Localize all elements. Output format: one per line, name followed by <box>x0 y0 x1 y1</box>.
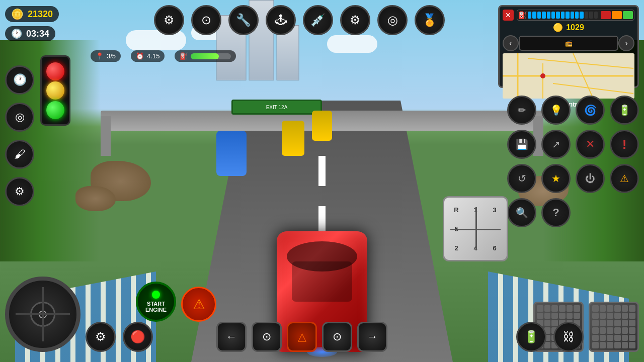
gps-panel[interactable]: ✕ ⛽ <box>498 5 639 88</box>
wheel-toolbar-btn[interactable]: ◎ <box>377 5 408 35</box>
gear-bottom-btn[interactable]: ⚙ <box>86 322 116 352</box>
brake-bottom-btn[interactable]: 🔴 <box>123 322 153 352</box>
road-sign: EXIT 12A <box>231 100 322 115</box>
fuel-seg-3 <box>537 12 541 19</box>
battery-action-btn[interactable]: 🔋 <box>516 322 546 352</box>
fuel-seg-10 <box>571 12 574 19</box>
fuel-seg-4 <box>542 12 545 19</box>
transmission-toolbar-btn[interactable]: ⚙ <box>340 5 370 35</box>
right-arrow-btn[interactable]: → <box>357 322 387 352</box>
fuel-segments <box>528 12 598 19</box>
start-engine-label: START ENGINE <box>145 301 167 313</box>
settings-toolbar-btn[interactable]: ⚙ <box>154 5 184 35</box>
steering-arrow-btn[interactable]: ⊙ <box>252 322 282 352</box>
zoom-right-btn[interactable]: 🔍 <box>507 198 536 227</box>
fuel-seg-9 <box>566 12 569 19</box>
traffic-car-yellow2 <box>312 111 332 141</box>
gas-pedal[interactable] <box>589 302 639 352</box>
warning-arrow-btn[interactable]: △ <box>287 322 317 352</box>
power-right-btn[interactable]: ⏻ <box>576 164 605 193</box>
traffic-light <box>40 55 70 126</box>
alert-right-btn[interactable]: ! <box>610 130 639 159</box>
traffic-car-blue <box>216 131 247 176</box>
start-engine-btn[interactable]: START ENGINE <box>136 282 176 322</box>
gps-fuel-bar: ⛽ <box>517 10 634 21</box>
gear-shifter[interactable]: R 1 3 5 2 4 6 <box>443 196 508 261</box>
tire-toolbar-btn[interactable]: ⊙ <box>191 5 221 35</box>
control-toolbar-btn[interactable]: 🕹 <box>266 5 296 35</box>
gps-coin-icon: 🟡 <box>553 23 563 32</box>
spoke-v <box>42 287 44 341</box>
clock-side-btn[interactable]: 🕐 <box>5 65 34 95</box>
red-light <box>46 62 64 80</box>
steering-wheel[interactable]: ⊕ <box>5 277 80 352</box>
gear-3[interactable]: 3 <box>486 201 504 219</box>
svg-point-7 <box>540 73 545 78</box>
traffic-car-yellow <box>282 121 304 156</box>
top-toolbar: ⚙ ⊙ 🔧 🕹 💉 ⚙ ◎ 🏅 <box>91 5 508 35</box>
help-right-btn[interactable]: ? <box>541 198 571 227</box>
gear-2[interactable]: 2 <box>447 239 465 257</box>
green-light <box>46 101 64 119</box>
share-right-btn[interactable]: ↗ <box>541 130 571 159</box>
fuel-seg-12 <box>580 12 583 19</box>
engine-side-btn[interactable]: ⚙ <box>5 177 34 206</box>
chain-action-btn[interactable]: ⛓ <box>553 322 584 352</box>
coin-icon: 🪙 <box>11 8 24 20</box>
timer-value: 03:34 <box>26 29 49 39</box>
left-panel: 🕐 ◎ 🖌 ⚙ <box>5 65 34 206</box>
battery-right-btn[interactable]: 🔋 <box>610 96 639 125</box>
fan-right-btn[interactable]: 🌀 <box>576 96 605 125</box>
wrench-toolbar-btn[interactable]: 🔧 <box>228 5 259 35</box>
fuel-seg-11 <box>575 12 579 19</box>
timer-display: 🕐 03:34 <box>5 26 55 41</box>
steering-wheel-container[interactable]: ⊕ <box>5 277 80 352</box>
warning2-right-btn[interactable]: ⚠ <box>610 164 639 193</box>
fuel-seg-2 <box>532 12 536 19</box>
fuel-seg-1 <box>528 12 531 19</box>
achievement-toolbar-btn[interactable]: 🏅 <box>415 5 445 35</box>
repair-toolbar-btn[interactable]: 💉 <box>303 5 333 35</box>
nav-arrow-row: ← ⊙ △ ⊙ → <box>216 322 387 352</box>
right-panel: ✏ 💡 🌀 🔋 💾 ↗ ✕ ! ↺ ★ ⏻ ⚠ 🔍 ? <box>507 96 639 227</box>
coin-value: 21320 <box>28 9 53 20</box>
fuel-seg-6 <box>551 12 555 19</box>
lights-right-btn[interactable]: 💡 <box>541 96 571 125</box>
left-arrow-btn[interactable]: ← <box>216 322 247 352</box>
save-right-btn[interactable]: 💾 <box>507 130 536 159</box>
gps-header: ✕ ⛽ <box>503 10 634 21</box>
coin-display: 🪙 21320 <box>5 6 59 22</box>
timer-icon: 🕐 <box>11 28 22 39</box>
gear-6[interactable]: 6 <box>486 239 504 257</box>
gps-fuel-icon: ⛽ <box>518 11 527 19</box>
gps-screen-icon: 📻 <box>565 40 573 47</box>
gps-coins: 🟡 1029 <box>503 23 634 32</box>
gear-line-v <box>475 207 477 251</box>
hazard-warning-btn[interactable]: ⚠ <box>181 287 216 322</box>
gps-next-btn[interactable]: › <box>618 35 634 51</box>
gps-map-svg <box>503 53 634 99</box>
bottom-controls: ⚙ 🔴 <box>86 322 153 352</box>
traffic-light-body <box>40 55 70 126</box>
fuel-seg-14 <box>589 12 593 19</box>
fuel-seg-8 <box>561 12 565 19</box>
warning-icon: ⚠ <box>193 296 205 313</box>
star-right-btn[interactable]: ★ <box>541 164 571 193</box>
wheel-side-btn[interactable]: ◎ <box>5 103 34 132</box>
gps-nav: ‹ 📻 › <box>503 35 634 51</box>
reload-right-btn[interactable]: ↺ <box>507 164 536 193</box>
gear-r[interactable]: R <box>447 201 465 219</box>
fuel-seg-7 <box>556 12 559 19</box>
fuel-seg-13 <box>585 12 588 19</box>
lights-arrow-btn[interactable]: ⊙ <box>322 322 352 352</box>
bottom-right-actions: 🔋 ⛓ <box>516 322 584 352</box>
gear-panel[interactable]: R 1 3 5 2 4 6 <box>443 196 508 261</box>
close-right-btn[interactable]: ✕ <box>576 130 605 159</box>
edit-right-btn[interactable]: ✏ <box>507 96 536 125</box>
yellow-light <box>46 81 64 100</box>
gps-prev-btn[interactable]: ‹ <box>503 35 519 51</box>
paint-side-btn[interactable]: 🖌 <box>5 140 34 169</box>
gps-coin-value: 1029 <box>566 23 584 32</box>
gps-map <box>503 53 634 99</box>
gps-close-btn[interactable]: ✕ <box>503 10 514 21</box>
